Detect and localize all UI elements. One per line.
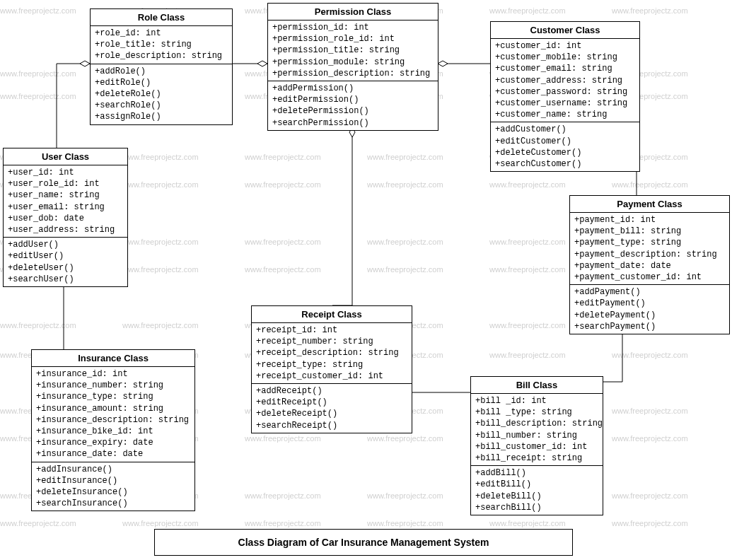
class-member: +payment_description: string (574, 249, 725, 260)
class-member: +permission_description: string (272, 68, 434, 79)
class-member: +editPermission() (272, 94, 434, 105)
class-member: +payment_customer_id: int (574, 272, 725, 283)
class-member: +deleteUser() (8, 262, 123, 274)
class-title: Insurance Class (32, 350, 194, 367)
class-title: Role Class (91, 9, 232, 26)
class-member: +addCustomer() (495, 124, 635, 135)
class-member: +bill_receipt: string (475, 453, 598, 464)
watermark-text: www.freeprojectz.com (122, 180, 199, 189)
watermark-text: www.freeprojectz.com (0, 321, 76, 329)
class-attributes: +payment_id: int+payment_bill: string+pa… (570, 213, 729, 285)
class-member: +user_role_id: int (8, 178, 123, 189)
class-member: +permission_module: string (272, 57, 434, 68)
class-member: +receipt_type: string (256, 359, 407, 371)
watermark-text: www.freeprojectz.com (612, 180, 688, 189)
class-member: +insurance_number: string (36, 380, 190, 391)
class-member: +searchBill() (475, 502, 598, 513)
class-member: +assignRole() (95, 111, 228, 122)
class-member: +receipt_customer_id: int (256, 371, 407, 382)
class-member: +user_email: string (8, 202, 123, 213)
class-member: +editBill() (475, 479, 598, 490)
class-member: +editCustomer() (495, 136, 635, 147)
class-member: +permission_id: int (272, 22, 434, 33)
watermark-text: www.freeprojectz.com (122, 519, 199, 527)
watermark-text: www.freeprojectz.com (245, 180, 321, 189)
class-member: +editPayment() (574, 298, 725, 309)
class-member: +role_title: string (95, 39, 228, 50)
watermark-text: www.freeprojectz.com (489, 351, 566, 359)
watermark-text: www.freeprojectz.com (367, 265, 443, 274)
watermark-text: www.freeprojectz.com (489, 238, 566, 246)
class-member: +addPermission() (272, 83, 434, 94)
class-methods: +addUser()+editUser()+deleteUser()+searc… (4, 238, 127, 286)
watermark-text: www.freeprojectz.com (0, 6, 76, 15)
class-member: +insurance_amount: string (36, 403, 190, 414)
watermark-text: www.freeprojectz.com (0, 92, 76, 100)
class-member: +addInsurance() (36, 464, 190, 475)
class-member: +searchInsurance() (36, 498, 190, 509)
class-member: +customer_id: int (495, 40, 635, 52)
class-title: User Class (4, 148, 127, 165)
watermark-text: www.freeprojectz.com (612, 434, 688, 443)
class-member: +addRole() (95, 66, 228, 77)
class-member: +searchPermission() (272, 117, 434, 129)
class-methods: +addBill()+editBill()+deleteBill()+searc… (471, 466, 603, 515)
class-methods: +addReceipt()+editReceipt()+deleteReceip… (252, 384, 412, 433)
class-member: +payment_id: int (574, 214, 725, 226)
class-attributes: +receipt_id: int+receipt_number: string+… (252, 323, 412, 384)
watermark-text: www.freeprojectz.com (612, 407, 688, 415)
diagram-canvas: // placeholder - actual watermarks gener… (0, 0, 732, 560)
class-insurance: Insurance Class +insurance_id: int+insur… (31, 349, 195, 511)
class-member: +bill_customer_id: int (475, 441, 598, 453)
class-methods: +addInsurance()+editInsurance()+deleteIn… (32, 462, 194, 511)
class-member: +editUser() (8, 250, 123, 262)
class-member: +searchUser() (8, 274, 123, 285)
class-member: +insurance_id: int (36, 368, 190, 380)
class-member: +user_address: string (8, 224, 123, 235)
watermark-text: www.freeprojectz.com (245, 519, 321, 527)
class-member: +bill _type: string (475, 407, 598, 418)
watermark-text: www.freeprojectz.com (612, 351, 688, 359)
class-member: +addPayment() (574, 286, 725, 298)
watermark-text: www.freeprojectz.com (0, 69, 76, 78)
class-member: +receipt_number: string (256, 336, 407, 347)
class-member: +editReceipt() (256, 397, 407, 408)
watermark-text: www.freeprojectz.com (612, 6, 688, 15)
class-member: +user_name: string (8, 189, 123, 201)
class-member: +deleteCustomer() (495, 147, 635, 158)
class-member: +payment_type: string (574, 237, 725, 248)
class-member: +searchPayment() (574, 321, 725, 332)
watermark-text: www.freeprojectz.com (367, 153, 443, 161)
class-member: +addBill() (475, 467, 598, 479)
class-member: +user_dob: date (8, 213, 123, 224)
watermark-text: www.freeprojectz.com (122, 321, 199, 329)
class-attributes: +insurance_id: int+insurance_number: str… (32, 367, 194, 462)
class-member: +customer_email: string (495, 63, 635, 74)
class-member: +role_description: string (95, 50, 228, 62)
watermark-text: www.freeprojectz.com (245, 238, 321, 246)
watermark-text: www.freeprojectz.com (489, 265, 566, 274)
class-member: +deleteInsurance() (36, 486, 190, 498)
class-member: +searchRole() (95, 100, 228, 111)
watermark-text: www.freeprojectz.com (367, 180, 443, 189)
watermark-text: www.freeprojectz.com (612, 519, 688, 527)
class-member: +deletePayment() (574, 310, 725, 321)
class-attributes: +user_id: int+user_role_id: int+user_nam… (4, 165, 127, 238)
class-member: +customer_mobile: string (495, 52, 635, 63)
class-member: +searchReceipt() (256, 420, 407, 431)
class-methods: +addPayment()+editPayment()+deletePaymen… (570, 285, 729, 334)
watermark-text: www.freeprojectz.com (122, 238, 199, 246)
watermark-text: www.freeprojectz.com (489, 180, 566, 189)
class-bill: Bill Class +bill _id: int+bill _type: st… (470, 376, 603, 515)
watermark-text: www.freeprojectz.com (367, 491, 443, 500)
class-member: +editRole() (95, 77, 228, 88)
class-member: +customer_username: string (495, 98, 635, 109)
class-member: +deleteBill() (475, 491, 598, 502)
class-member: +receipt_description: string (256, 347, 407, 358)
class-member: +deleteRole() (95, 88, 228, 100)
class-member: +insurance_expiry: date (36, 437, 190, 448)
class-member: +bill_description: string (475, 418, 598, 429)
diagram-title: Class Diagram of Car Insurance Managemen… (154, 529, 573, 556)
watermark-text: www.freeprojectz.com (489, 321, 566, 329)
class-member: +payment_bill: string (574, 226, 725, 237)
